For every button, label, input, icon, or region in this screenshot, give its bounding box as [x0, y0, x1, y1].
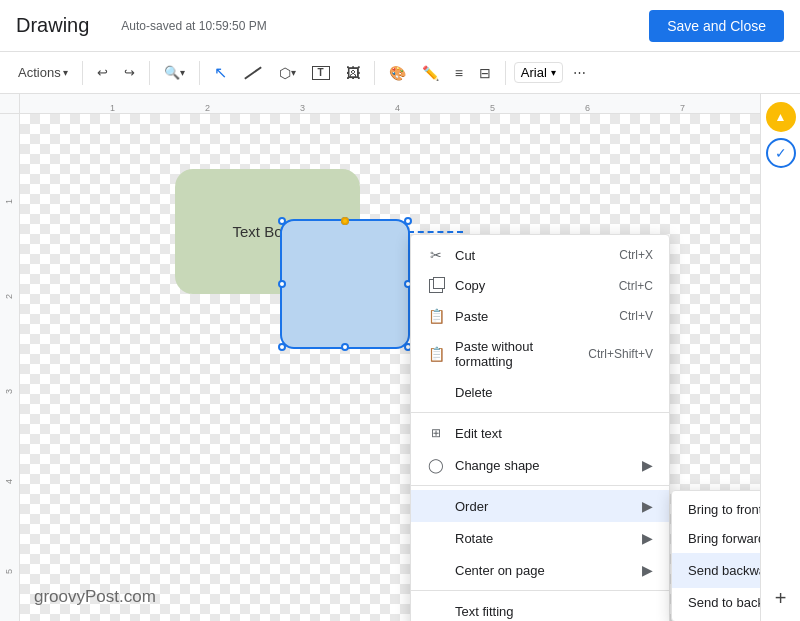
rotation-handle[interactable] [341, 217, 349, 225]
toolbar-divider-2 [149, 61, 150, 85]
edit-text-label: Edit text [455, 426, 502, 441]
watermark: groovyPost.com [34, 587, 156, 607]
ruler-mark-1: 1 [110, 103, 115, 113]
font-dropdown-icon: ▾ [551, 67, 556, 78]
drawing-area[interactable]: Text Box 1 ✂ Cut [20, 114, 800, 621]
edit-text-icon: ⊞ [427, 424, 445, 442]
ruler-mark-3: 3 [300, 103, 305, 113]
paste-shortcut: Ctrl+V [619, 309, 653, 323]
paint-format-button[interactable]: 🎨 [383, 61, 412, 85]
paint-icon: 🎨 [389, 65, 406, 81]
app-title: Drawing [16, 14, 89, 37]
ruler-mark-2: 2 [205, 103, 210, 113]
context-menu: ✂ Cut Ctrl+X Copy Ctrl+C 📋 Pas [410, 234, 670, 621]
font-selector[interactable]: Arial ▾ [514, 62, 563, 83]
menu-item-order[interactable]: Order ▶ Bring to front Ctrl+Shift+↑ Brin… [411, 490, 669, 522]
bring-to-front-label: Bring to front [688, 502, 762, 517]
menu-item-edit-text[interactable]: ⊞ Edit text [411, 417, 669, 449]
handle-mid-left[interactable] [278, 280, 286, 288]
order-arrow: ▶ [642, 498, 653, 514]
menu-item-center-page[interactable]: Center on page ▶ [411, 554, 669, 586]
zoom-button[interactable]: 🔍▾ [158, 61, 191, 84]
ruler-horizontal: 1 2 3 4 5 6 7 [20, 94, 800, 114]
ruler-mark-6: 6 [585, 103, 590, 113]
paste-no-format-label: Paste without formatting [455, 339, 580, 369]
shape-icon: ⬡ [279, 65, 291, 81]
change-shape-icon: ◯ [427, 456, 445, 474]
menu-item-rotate[interactable]: Rotate ▶ [411, 522, 669, 554]
ruler-mark-v2: 2 [4, 294, 14, 299]
border-color-icon: ✏️ [422, 65, 439, 81]
side-btn-plus[interactable]: + [766, 583, 796, 613]
font-name: Arial [521, 65, 547, 80]
cut-icon: ✂ [427, 246, 445, 264]
border-dash-icon: ⊟ [479, 65, 491, 81]
redo-button[interactable]: ↪ [118, 61, 141, 84]
image-tool-button[interactable]: 🖼 [340, 61, 366, 85]
rotate-icon [427, 529, 445, 547]
side-btn-check[interactable]: ✓ [766, 138, 796, 168]
save-close-button[interactable]: Save and Close [649, 10, 784, 42]
rotate-label: Rotate [455, 531, 493, 546]
copy-label: Copy [455, 278, 485, 293]
text-fitting-icon [427, 602, 445, 620]
handle-bot-left[interactable] [278, 343, 286, 351]
delete-icon [427, 383, 445, 401]
toolbar-divider-5 [505, 61, 506, 85]
border-dash-button[interactable]: ⊟ [473, 61, 497, 85]
select-tool-button[interactable]: ↖ [208, 59, 233, 86]
menu-item-paste-no-format[interactable]: 📋 Paste without formatting Ctrl+Shift+V [411, 332, 669, 376]
handle-top-left[interactable] [278, 217, 286, 225]
copy-shortcut: Ctrl+C [619, 279, 653, 293]
cut-label: Cut [455, 248, 475, 263]
delete-label: Delete [455, 385, 493, 400]
more-icon: ⋯ [573, 65, 586, 80]
menu-item-delete[interactable]: Delete [411, 376, 669, 408]
toolbar: Actions ▾ ↩ ↪ 🔍▾ ↖ ⬡▾ T 🖼 🎨 ✏️ ≡ ⊟ Arial… [0, 52, 800, 94]
bring-forward-label: Bring forward [688, 531, 765, 546]
canvas-container: 1 2 3 4 5 6 7 1 2 3 4 5 Text Box 1 [0, 94, 800, 621]
handle-top-right[interactable] [404, 217, 412, 225]
border-weight-button[interactable]: ≡ [449, 61, 469, 85]
ruler-corner [0, 94, 20, 114]
center-icon [427, 561, 445, 579]
ruler-mark-5: 5 [490, 103, 495, 113]
menu-item-cut[interactable]: ✂ Cut Ctrl+X [411, 239, 669, 271]
extend-selection-line [408, 231, 463, 233]
menu-divider-1 [411, 412, 669, 413]
center-page-label: Center on page [455, 563, 545, 578]
ruler-mark-4: 4 [395, 103, 400, 113]
paste-no-format-shortcut: Ctrl+Shift+V [588, 347, 653, 361]
ruler-mark-7: 7 [680, 103, 685, 113]
toolbar-divider-3 [199, 61, 200, 85]
order-label: Order [455, 499, 488, 514]
handle-bot-mid[interactable] [341, 343, 349, 351]
top-bar-left: Drawing Auto-saved at 10:59:50 PM [16, 14, 267, 37]
top-bar: Drawing Auto-saved at 10:59:50 PM Save a… [0, 0, 800, 52]
border-color-button[interactable]: ✏️ [416, 61, 445, 85]
side-btn-yellow[interactable]: ▲ [766, 102, 796, 132]
select-icon: ↖ [214, 63, 227, 82]
paste-label: Paste [455, 309, 488, 324]
actions-dropdown-icon: ▾ [63, 67, 68, 78]
ruler-mark-v3: 3 [4, 389, 14, 394]
actions-menu-button[interactable]: Actions ▾ [12, 61, 74, 84]
line-tool-button[interactable] [237, 68, 269, 78]
toolbar-divider-4 [374, 61, 375, 85]
more-options-button[interactable]: ⋯ [567, 61, 592, 84]
undo-button[interactable]: ↩ [91, 61, 114, 84]
line-icon [244, 66, 262, 79]
shape-tool-button[interactable]: ⬡▾ [273, 61, 302, 85]
ruler-mark-v4: 4 [4, 479, 14, 484]
menu-item-change-shape[interactable]: ◯ Change shape ▶ [411, 449, 669, 481]
menu-item-paste[interactable]: 📋 Paste Ctrl+V [411, 300, 669, 332]
shape-blue[interactable] [280, 219, 410, 349]
ruler-vertical: 1 2 3 4 5 [0, 114, 20, 621]
menu-item-copy[interactable]: Copy Ctrl+C [411, 271, 669, 300]
textbox-tool-button[interactable]: T [306, 62, 336, 84]
paste-icon: 📋 [427, 307, 445, 325]
autosaved-label: Auto-saved at 10:59:50 PM [121, 19, 266, 33]
copy-icon [429, 279, 443, 293]
menu-item-text-fitting[interactable]: Text fitting [411, 595, 669, 621]
ruler-mark-v1: 1 [4, 199, 14, 204]
